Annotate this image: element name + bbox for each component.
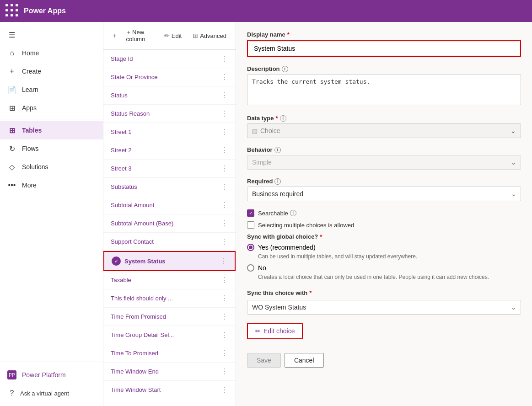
description-info-icon[interactable]: i xyxy=(282,66,288,72)
sidebar-item-home[interactable]: ⌂ Home xyxy=(0,44,103,62)
selected-icon: ✓ xyxy=(112,256,121,266)
column-menu-icon[interactable]: ⋮ xyxy=(221,367,228,376)
table-row[interactable]: Subtotal Amount (Base)⋮ xyxy=(103,214,236,233)
behavior-info-icon[interactable]: i xyxy=(274,147,281,153)
table-row[interactable]: Support Contact⋮ xyxy=(103,233,236,251)
behavior-select[interactable]: Simple xyxy=(247,155,521,170)
multiple-choices-checkbox[interactable] xyxy=(247,221,254,229)
edit-label: Edit xyxy=(172,32,182,39)
column-menu-icon[interactable]: ⋮ xyxy=(221,276,228,284)
table-row[interactable]: Status⋮ xyxy=(103,86,236,105)
new-column-button[interactable]: + + New column xyxy=(109,27,157,45)
required-select-wrapper: Business required xyxy=(247,187,521,201)
table-row[interactable]: ✓System Status⋮ xyxy=(103,251,236,271)
columns-panel: + + New column ✏ Edit ⊞ Advanced Stage I… xyxy=(103,22,236,406)
column-menu-icon[interactable]: ⋮ xyxy=(221,349,228,358)
main-content: + + New column ✏ Edit ⊞ Advanced Stage I… xyxy=(103,22,532,406)
pencil-icon: ✏ xyxy=(255,327,261,335)
required-star-2: * xyxy=(276,115,278,122)
sidebar-item-tables[interactable]: ⊞ Tables xyxy=(0,121,103,139)
table-row[interactable]: Stage Id⋮ xyxy=(103,50,236,68)
edit-button[interactable]: ✏ Edit xyxy=(161,30,185,42)
sidebar-item-help[interactable]: ? Ask a virtual agent xyxy=(0,384,103,402)
table-row[interactable]: Time Window End⋮ xyxy=(103,363,236,381)
table-row[interactable]: Substatus⋮ xyxy=(103,178,236,196)
sidebar-item-apps[interactable]: ⊞ Apps xyxy=(0,99,103,117)
column-menu-icon[interactable]: ⋮ xyxy=(220,257,227,266)
table-row[interactable]: State Or Province⋮ xyxy=(103,68,236,86)
right-panel[interactable]: Display name * Description i Tracks the … xyxy=(236,22,532,406)
sidebar-label-apps: Apps xyxy=(22,104,37,112)
table-row[interactable]: Time From Promised⋮ xyxy=(103,308,236,326)
sidebar-item-power-platform[interactable]: PP Power Platform xyxy=(0,366,103,384)
column-menu-icon[interactable]: ⋮ xyxy=(221,385,228,394)
table-row[interactable]: Status Reason⋮ xyxy=(103,105,236,123)
column-menu-icon[interactable]: ⋮ xyxy=(221,201,228,209)
required-info-icon[interactable]: i xyxy=(274,178,281,185)
radio-yes-button[interactable] xyxy=(247,244,254,251)
sidebar-item-flows[interactable]: ↻ Flows xyxy=(0,139,103,158)
table-row[interactable]: Time Group Detail Sel...⋮ xyxy=(103,326,236,344)
column-menu-icon[interactable]: ⋮ xyxy=(221,312,228,321)
column-menu-icon[interactable]: ⋮ xyxy=(221,331,228,339)
searchable-checkbox[interactable]: ✓ xyxy=(247,209,254,217)
table-row[interactable]: Street 1⋮ xyxy=(103,123,236,141)
sidebar-label-home: Home xyxy=(22,49,39,57)
edit-choice-button[interactable]: ✏ Edit choice xyxy=(248,324,302,338)
column-menu-icon[interactable]: ⋮ xyxy=(221,237,228,246)
sidebar-item-solutions[interactable]: ◇ Solutions xyxy=(0,158,103,176)
table-row[interactable]: Subtotal Amount⋮ xyxy=(103,196,236,214)
sidebar-item-learn[interactable]: 📄 Learn xyxy=(0,80,103,99)
add-icon: + xyxy=(113,32,116,39)
table-row[interactable]: Time To Promised⋮ xyxy=(103,344,236,363)
sidebar-label-learn: Learn xyxy=(22,86,38,93)
column-menu-icon[interactable]: ⋮ xyxy=(221,146,228,155)
sidebar-item-more[interactable]: ••• More xyxy=(0,176,103,194)
sidebar-item-menu[interactable]: ☰ xyxy=(0,26,103,44)
required-select[interactable]: Business required xyxy=(247,187,521,201)
data-type-info-icon[interactable]: i xyxy=(280,115,286,122)
radio-no-button[interactable] xyxy=(247,264,254,272)
description-input[interactable]: Tracks the current system status. xyxy=(247,74,521,105)
table-row[interactable]: Street 3⋮ xyxy=(103,160,236,178)
sidebar-label-more: More xyxy=(22,182,37,189)
save-button[interactable]: Save xyxy=(247,353,281,368)
table-row[interactable]: Taxable⋮ xyxy=(103,271,236,289)
column-menu-icon[interactable]: ⋮ xyxy=(221,109,228,118)
data-type-select[interactable]: ▤ Choice ⌄ xyxy=(247,123,521,138)
column-menu-icon[interactable]: ⋮ xyxy=(221,182,228,191)
display-name-input[interactable] xyxy=(249,42,519,55)
column-menu-icon[interactable]: ⋮ xyxy=(221,54,228,63)
searchable-row: ✓ Searchable i xyxy=(247,209,521,217)
column-menu-icon[interactable]: ⋮ xyxy=(221,219,228,228)
column-menu-icon[interactable]: ⋮ xyxy=(221,294,228,303)
description-group: Description i Tracks the current system … xyxy=(247,65,521,107)
sidebar-label-solutions: Solutions xyxy=(22,163,48,171)
table-row[interactable]: Time Window Start⋮ xyxy=(103,381,236,399)
sidebar-divider xyxy=(0,119,103,119)
required-label: Required i xyxy=(247,178,521,185)
column-menu-icon[interactable]: ⋮ xyxy=(221,91,228,100)
column-menu-icon[interactable]: ⋮ xyxy=(221,128,228,136)
behavior-select-wrapper: Simple xyxy=(247,155,521,170)
column-menu-icon[interactable]: ⋮ xyxy=(221,164,228,173)
advanced-button[interactable]: ⊞ Advanced xyxy=(189,30,230,42)
sync-global-label: Sync with global choice? * xyxy=(247,233,521,240)
cancel-button[interactable]: Cancel xyxy=(285,353,324,368)
new-column-label: + New column xyxy=(118,29,153,43)
radio-no-label: No xyxy=(258,264,266,272)
sidebar-item-create[interactable]: + Create xyxy=(0,62,103,80)
table-row[interactable]: This field should only ...⋮ xyxy=(103,289,236,308)
display-name-group: Display name * xyxy=(247,31,521,57)
searchable-info-icon[interactable]: i xyxy=(290,210,296,216)
searchable-label: Searchable i xyxy=(258,210,296,217)
sync-choice-select[interactable]: WO System Status xyxy=(247,300,521,315)
apps-grid-icon[interactable] xyxy=(5,4,19,18)
sync-required-star: * xyxy=(320,233,322,240)
table-row[interactable]: Street 2⋮ xyxy=(103,141,236,160)
create-icon: + xyxy=(7,67,16,76)
chevron-down-icon: ⌄ xyxy=(511,127,516,134)
column-menu-icon[interactable]: ⋮ xyxy=(221,73,228,81)
column-name: Time Window End xyxy=(111,368,159,375)
sidebar-label-flows: Flows xyxy=(22,145,39,152)
